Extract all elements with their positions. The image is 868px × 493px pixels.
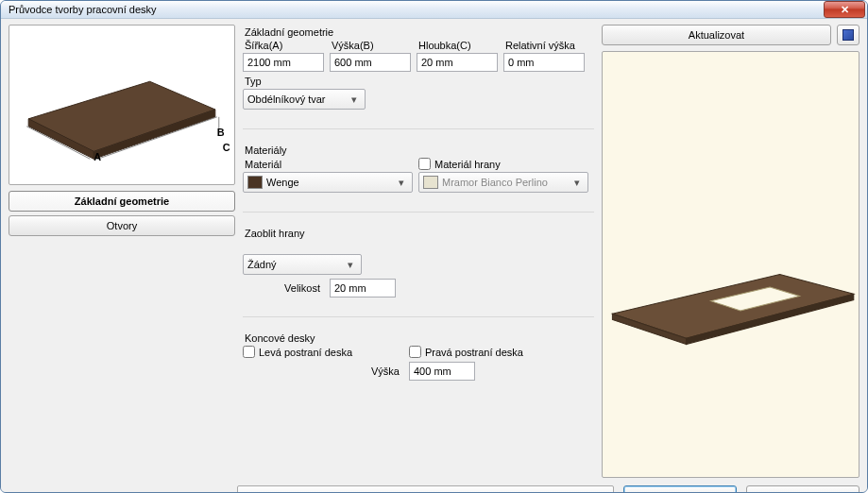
rounding-size-label: Velikost xyxy=(243,282,324,294)
svg-text:B: B xyxy=(217,127,225,138)
divider xyxy=(243,128,594,129)
materials-group: Materiály Materiál Wenge ▾ xyxy=(243,143,594,204)
type-value: Obdélníkový tvar xyxy=(247,94,326,105)
materials-title: Materiály xyxy=(245,144,594,156)
shape-preview: A B C xyxy=(9,25,235,185)
cancel-button[interactable]: Storno xyxy=(746,485,859,493)
right-panel-checkbox[interactable] xyxy=(409,346,421,358)
rounding-group: Zaoblit hrany Žádný ▾ Velikost xyxy=(243,226,594,309)
left-nav: Základní geometrie Otvory xyxy=(9,191,235,236)
endpanels-group: Koncové desky Levá postraní deska Pravá … xyxy=(243,331,594,392)
nav-geometry-button[interactable]: Základní geometrie xyxy=(9,191,235,212)
rounding-size-input[interactable] xyxy=(330,279,396,298)
divider xyxy=(243,212,594,212)
depth-label: Hloubka(C) xyxy=(418,40,498,51)
svg-text:C: C xyxy=(223,142,230,153)
nav-holes-button[interactable]: Otvory xyxy=(9,215,235,236)
dialog-body: A B C Základní geometrie Otvory xyxy=(1,19,867,493)
rounding-mode-value: Žádný xyxy=(247,259,277,270)
material-combo[interactable]: Wenge ▾ xyxy=(243,172,413,193)
update-button[interactable]: Aktualizovat xyxy=(602,25,831,45)
rounding-mode-combo[interactable]: Žádný ▾ xyxy=(243,254,362,275)
right-panel-label: Pravá postraní deska xyxy=(425,347,523,358)
update-button-label: Aktualizovat xyxy=(689,29,744,41)
view-3d-button[interactable] xyxy=(837,25,859,45)
edge-material-checkbox-label: Materiál hrany xyxy=(434,159,501,170)
depth-input[interactable] xyxy=(417,53,498,72)
material-swatch-icon xyxy=(247,176,263,189)
type-label: Typ xyxy=(245,76,366,87)
left-panel-checkbox[interactable] xyxy=(243,346,255,358)
selected-worktop-field[interactable]: Worktop_002 xyxy=(237,485,614,493)
svg-text:A: A xyxy=(94,151,101,162)
divider xyxy=(243,316,594,317)
height-label: Výška(B) xyxy=(332,40,411,51)
titlebar: Průvodce tvorby pracovní desky ✕ xyxy=(1,1,867,19)
width-input[interactable] xyxy=(243,53,324,72)
rel-height-input[interactable] xyxy=(503,53,585,72)
close-icon: ✕ xyxy=(841,4,849,16)
type-combo[interactable]: Obdélníkový tvar ▾ xyxy=(243,89,366,110)
width-label: Šířka(A) xyxy=(245,40,324,51)
right-column: Aktualizovat xyxy=(602,25,859,478)
chevron-down-icon: ▾ xyxy=(348,94,361,106)
left-column: A B C Základní geometrie Otvory xyxy=(9,25,235,478)
material-value: Wenge xyxy=(266,177,299,188)
edge-material-value: Mramor Bianco Perlino xyxy=(442,177,548,188)
rounding-title: Zaoblit hrany xyxy=(245,228,594,239)
worktop-3d-icon xyxy=(603,52,859,477)
nav-geometry-label: Základní geometrie xyxy=(75,196,169,207)
ok-button[interactable]: OK xyxy=(623,485,737,493)
cube-icon xyxy=(842,29,854,41)
worktop-diagram-icon: A B C xyxy=(9,26,234,184)
preview-viewport[interactable] xyxy=(602,51,859,478)
footer: Vybraná pracovní deska Worktop_002 OK St… xyxy=(9,484,859,493)
height-input[interactable] xyxy=(330,53,411,72)
close-button[interactable]: ✕ xyxy=(824,1,865,18)
material-label: Materiál xyxy=(245,159,413,170)
nav-holes-label: Otvory xyxy=(107,220,137,231)
endpanel-height-label: Výška xyxy=(243,366,403,377)
geometry-title: Základní geometrie xyxy=(245,26,594,38)
left-panel-label: Levá postraní deska xyxy=(259,347,352,358)
chevron-down-icon: ▾ xyxy=(570,177,584,189)
chevron-down-icon: ▾ xyxy=(395,177,408,189)
dialog-window: Průvodce tvorby pracovní desky ✕ A xyxy=(0,0,868,493)
svg-marker-0 xyxy=(28,81,215,151)
endpanel-height-input[interactable] xyxy=(409,362,475,381)
chevron-down-icon: ▾ xyxy=(344,259,357,271)
rel-height-label: Relativní výška xyxy=(505,40,585,51)
middle-column: Základní geometrie Šířka(A) Výška(B) xyxy=(243,25,594,478)
geometry-group: Základní geometrie Šířka(A) Výška(B) xyxy=(243,25,594,121)
edge-swatch-icon xyxy=(423,176,438,189)
window-title: Průvodce tvorby pracovní desky xyxy=(9,4,824,15)
edge-material-combo[interactable]: Mramor Bianco Perlino ▾ xyxy=(418,172,588,193)
main-area: A B C Základní geometrie Otvory xyxy=(9,25,859,478)
endpanels-title: Koncové desky xyxy=(245,332,594,344)
edge-material-checkbox[interactable] xyxy=(418,158,431,170)
